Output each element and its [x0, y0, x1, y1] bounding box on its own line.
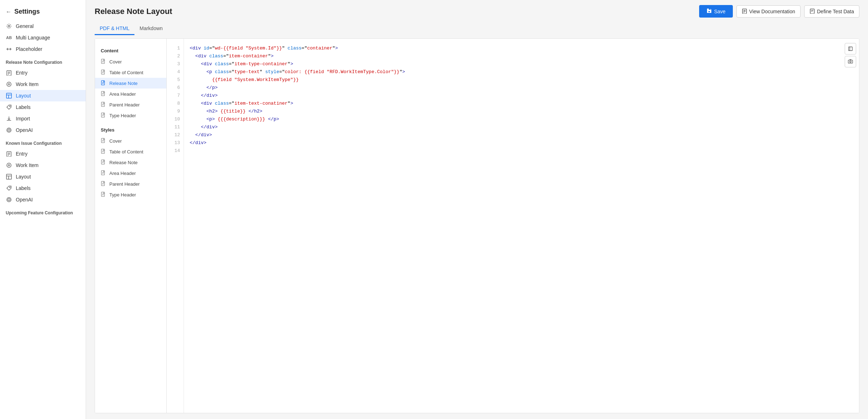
sidebar-item-label: Placeholder [16, 46, 42, 52]
content-item-toc[interactable]: Table of Content [95, 67, 166, 78]
sidebar: ← Settings General AB Multi Language Pla [0, 0, 86, 419]
svg-point-21 [10, 187, 10, 188]
sidebar-item-rn-work-item[interactable]: Work Item [0, 78, 86, 90]
tab-bar: PDF & HTML Markdown [86, 23, 868, 35]
view-documentation-button[interactable]: View Documentation [736, 5, 801, 18]
styles-item-cover[interactable]: Cover [95, 135, 166, 146]
line-numbers: 1 2 3 4 5 6 7 8 9 10 11 12 13 14 [167, 39, 184, 413]
styles-section-label: Styles [95, 125, 166, 135]
code-line-13: </div> [190, 139, 836, 147]
styles-item-area-header[interactable]: Area Header [95, 168, 166, 178]
content-item-area-header[interactable]: Area Header [95, 89, 166, 99]
settings-label: Settings [14, 8, 40, 15]
styles-item-parent-header[interactable]: Parent Header [95, 178, 166, 189]
code-line-6: </p> [190, 84, 836, 92]
expand-editor-button[interactable] [845, 43, 856, 54]
sidebar-item-placeholder[interactable]: Placeholder [0, 43, 86, 55]
sidebar-item-rn-layout[interactable]: Layout [0, 90, 86, 101]
doc-icon [101, 113, 106, 118]
svg-rect-48 [101, 138, 105, 143]
view-docs-icon [742, 8, 747, 15]
doc-icon [101, 70, 106, 75]
svg-point-10 [10, 106, 10, 107]
back-arrow-icon: ← [6, 9, 11, 15]
content-item-parent-header[interactable]: Parent Header [95, 99, 166, 110]
sidebar-item-multi-language[interactable]: AB Multi Language [0, 32, 86, 43]
svg-rect-45 [101, 113, 105, 117]
content-item-label: Release Note [109, 81, 138, 86]
styles-item-release-note[interactable]: Release Note [95, 157, 166, 168]
content-item-label: Type Header [109, 113, 136, 118]
styles-item-label: Area Header [109, 171, 136, 176]
sidebar-item-ki-entry[interactable]: Entry [0, 148, 86, 159]
sidebar-item-label: Import [16, 116, 30, 122]
doc-icon [101, 170, 106, 176]
content-item-release-note[interactable]: Release Note [95, 78, 166, 89]
sidebar-section-release-note: Release Note Configuration Entry Work It… [0, 55, 86, 136]
svg-rect-42 [101, 102, 105, 106]
doc-icon [101, 192, 106, 197]
openai-icon [6, 196, 12, 203]
sidebar-item-label: Labels [16, 185, 30, 191]
doc-icon [101, 102, 106, 108]
svg-rect-33 [101, 70, 105, 74]
svg-rect-66 [849, 47, 853, 51]
code-line-11: </div> [190, 123, 836, 131]
code-line-8: <div class="item-text-conatiner"> [190, 100, 836, 108]
code-editor: 1 2 3 4 5 6 7 8 9 10 11 12 13 14 <div id… [167, 39, 859, 413]
sidebar-item-rn-entry[interactable]: Entry [0, 67, 86, 78]
back-button[interactable]: ← Settings [0, 6, 86, 20]
tab-markdown[interactable]: Markdown [134, 23, 168, 35]
save-label: Save [714, 9, 726, 14]
sidebar-item-rn-openai[interactable]: OpenAI [0, 124, 86, 136]
openai-icon [6, 127, 12, 133]
code-lines[interactable]: <div id="wd-{{field "System.Id"}}" class… [184, 39, 842, 413]
save-button[interactable]: Save [699, 5, 733, 18]
sidebar-item-label: OpenAI [16, 127, 33, 133]
svg-rect-36 [101, 81, 105, 85]
sidebar-item-label: Work Item [16, 162, 39, 168]
sidebar-item-label: Entry [16, 70, 28, 76]
content-item-label: Table of Content [109, 70, 143, 75]
svg-rect-63 [101, 192, 105, 196]
styles-item-type-header[interactable]: Type Header [95, 189, 166, 200]
doc-icon [101, 181, 106, 187]
view-docs-label: View Documentation [749, 9, 795, 14]
svg-rect-57 [101, 171, 105, 175]
header-actions: Save View Documentation [699, 5, 859, 18]
sidebar-item-label: Work Item [16, 81, 39, 87]
tab-pdf-html[interactable]: PDF & HTML [95, 23, 134, 35]
svg-rect-60 [101, 181, 105, 186]
release-note-config-label: Release Note Configuration [0, 55, 86, 67]
define-test-data-button[interactable]: Define Test Data [804, 5, 859, 18]
sidebar-item-rn-labels[interactable]: Labels [0, 101, 86, 113]
code-line-2: <div class="item-container"> [190, 52, 836, 60]
content-item-cover[interactable]: Cover [95, 56, 166, 67]
sidebar-item-label: Layout [16, 174, 31, 180]
doc-icon [101, 59, 106, 65]
svg-point-11 [7, 128, 11, 132]
content-item-label: Parent Header [109, 102, 140, 108]
labels-icon [6, 104, 12, 110]
screenshot-button[interactable] [845, 56, 856, 67]
styles-item-toc[interactable]: Table of Content [95, 146, 166, 157]
sidebar-item-rn-import[interactable]: Import [0, 113, 86, 124]
import-icon [6, 115, 12, 122]
sidebar-item-ki-work-item[interactable]: Work Item [0, 159, 86, 171]
svg-rect-39 [101, 91, 105, 96]
styles-item-label: Parent Header [109, 181, 140, 187]
sidebar-item-ki-layout[interactable]: Layout [0, 171, 86, 182]
content-item-type-header[interactable]: Type Header [95, 110, 166, 121]
save-icon [706, 8, 712, 15]
main-content: Release Note Layout Save [86, 0, 868, 419]
svg-rect-7 [6, 93, 11, 98]
sidebar-item-ki-openai[interactable]: OpenAI [0, 194, 86, 205]
sidebar-item-ki-labels[interactable]: Labels [0, 182, 86, 194]
sidebar-item-label: Layout [16, 93, 31, 99]
sidebar-item-general[interactable]: General [0, 20, 86, 32]
page-header: Release Note Layout Save [86, 0, 868, 23]
sidebar-item-label: General [16, 23, 34, 29]
page-title: Release Note Layout [95, 7, 172, 16]
known-issue-config-label: Known Issue Configuration [0, 136, 86, 148]
styles-item-label: Release Note [109, 160, 138, 165]
